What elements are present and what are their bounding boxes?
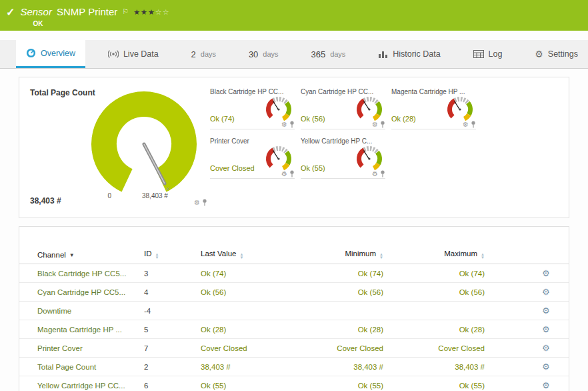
gauge-max-label: 38,403 #: [142, 192, 168, 200]
channel-id: 7: [126, 339, 183, 358]
channel-maximum: Ok (55): [385, 376, 486, 391]
gauge-settings-icon[interactable]: ⚙: [372, 171, 378, 177]
sort-icon: ▲▼: [240, 253, 244, 260]
gauges-panel: Total Page Count × 0 38,403 # 38,403 # ⚙…: [19, 77, 569, 218]
channel-row[interactable]: Printer Cover 7 Cover Closed Cover Close…: [19, 339, 569, 358]
channel-row[interactable]: Cyan Cartridge HP CC5... 4 Ok (56) Ok (5…: [19, 283, 569, 302]
col-label: Channel: [37, 251, 66, 259]
channel-name[interactable]: Black Cartridge HP CC5...: [19, 264, 126, 283]
channel-last-value: Ok (55): [183, 376, 299, 391]
channel-minimum: Ok (28): [299, 320, 385, 339]
tab-30-days[interactable]: 30 days: [239, 40, 289, 68]
col-header-minimum[interactable]: Minimum▲▼: [299, 246, 385, 264]
tab-label: Historic Data: [393, 49, 441, 59]
tab-bar: Overview Live Data 2 days 30 days 365 da…: [0, 40, 588, 69]
gauge-settings-icon[interactable]: ⚙: [281, 121, 287, 128]
sensor-status-check-icon: ✓: [6, 7, 15, 18]
flag-icon[interactable]: ⚐: [122, 7, 129, 16]
channel-edit-icon[interactable]: ⚙: [542, 324, 550, 334]
channel-row[interactable]: Total Page Count 2 38,403 # 38,403 # 38,…: [19, 358, 569, 376]
channel-minimum: Ok (55): [299, 376, 385, 391]
tab-log[interactable]: Log: [463, 40, 513, 68]
channel-table-body: Black Cartridge HP CC5... 3 Ok (74) Ok (…: [19, 264, 569, 391]
gauge-settings-icon[interactable]: ⚙: [281, 171, 287, 177]
pin-icon[interactable]: [471, 121, 476, 128]
channel-edit-icon[interactable]: ⚙: [542, 362, 550, 372]
channel-row[interactable]: Yellow Cartridge HP CC... 6 Ok (55) Ok (…: [19, 376, 569, 391]
channel-edit-icon[interactable]: ⚙: [542, 380, 550, 390]
channel-actions-cell: ⚙: [486, 339, 569, 358]
pin-icon[interactable]: [380, 121, 385, 128]
svg-text:×: ×: [166, 185, 169, 192]
channel-id: 2: [126, 358, 183, 376]
channel-actions-cell: ⚙: [486, 376, 569, 391]
tab-number: 30: [249, 49, 258, 59]
sort-icon: ▲▼: [379, 253, 383, 260]
pin-icon[interactable]: [202, 199, 207, 206]
channel-gauge-widget: Printer Cover Cover Closed ⚙: [210, 136, 295, 179]
channel-last-value: Ok (74): [183, 264, 299, 283]
tab-label: Overview: [41, 49, 75, 58]
sensor-header: ✓ Sensor SNMP Printer ⚐ ★★★☆☆ OK: [0, 0, 588, 31]
prtg-sensor-page: ✓ Sensor SNMP Printer ⚐ ★★★☆☆ OK Overvie…: [0, 0, 588, 391]
tab-2-days[interactable]: 2 days: [181, 40, 226, 68]
channel-row[interactable]: Downtime -4 ⚙: [19, 302, 569, 320]
tab-live-data[interactable]: Live Data: [98, 40, 169, 68]
channel-maximum: 38,403 #: [385, 358, 486, 376]
channel-table: Channel▼ ID▲▼ Last Value▲▼ Minimum▲▼ Max…: [19, 246, 569, 391]
channel-last-value: 38,403 #: [183, 358, 299, 376]
channel-actions-cell: ⚙: [486, 320, 569, 339]
tab-label: Settings: [548, 49, 578, 59]
channel-name[interactable]: Printer Cover: [19, 339, 126, 358]
col-header-id[interactable]: ID▲▼: [126, 246, 183, 264]
channel-actions-cell: ⚙: [486, 358, 569, 376]
tab-settings[interactable]: ⚙ Settings: [525, 40, 588, 68]
channel-edit-icon[interactable]: ⚙: [542, 268, 550, 278]
tab-number: 2: [191, 49, 196, 59]
channel-maximum: Ok (74): [385, 264, 486, 283]
channel-name[interactable]: Magenta Cartridge HP ...: [19, 320, 126, 339]
channel-edit-icon[interactable]: ⚙: [542, 287, 550, 297]
gauge-settings-icon[interactable]: ⚙: [463, 121, 469, 128]
channel-gauge-donut: [264, 144, 293, 173]
channel-gauge-value: Ok (28): [391, 115, 416, 123]
channel-edit-icon[interactable]: ⚙: [542, 343, 550, 353]
gauge-settings-icon[interactable]: ⚙: [372, 121, 378, 128]
channel-gauge-donut: [445, 95, 475, 124]
priority-stars[interactable]: ★★★☆☆: [133, 7, 169, 17]
channel-id: 4: [126, 283, 183, 302]
channel-last-value: Ok (28): [183, 320, 299, 339]
col-label: Last Value: [201, 250, 237, 258]
channel-row[interactable]: Black Cartridge HP CC5... 3 Ok (74) Ok (…: [19, 264, 569, 283]
channel-edit-icon[interactable]: ⚙: [542, 306, 550, 316]
pin-icon[interactable]: [380, 170, 385, 177]
channel-maximum: Ok (28): [385, 320, 486, 339]
col-header-last-value[interactable]: Last Value▲▼: [183, 246, 299, 264]
small-gauges: Black Cartridge HP CC... Ok (74) ⚙ Cyan …: [210, 84, 563, 212]
col-label: Maximum: [444, 250, 477, 258]
channel-actions-cell: ⚙: [486, 264, 569, 283]
tab-overview[interactable]: Overview: [16, 40, 85, 68]
tab-historic-data[interactable]: Historic Data: [368, 40, 451, 68]
sort-icon: ▲▼: [481, 253, 485, 260]
channel-name[interactable]: Downtime: [19, 302, 126, 320]
channel-gauge-donut: [355, 95, 384, 124]
channel-name[interactable]: Yellow Cartridge HP CC...: [19, 376, 126, 391]
tab-label: Live Data: [123, 49, 159, 59]
channel-name[interactable]: Cyan Cartridge HP CC5...: [19, 283, 126, 302]
pin-icon[interactable]: [289, 121, 295, 128]
channel-table-header-row: Channel▼ ID▲▼ Last Value▲▼ Minimum▲▼ Max…: [19, 246, 569, 264]
sensor-status-text: OK: [33, 20, 169, 27]
channel-minimum: Ok (74): [299, 264, 385, 283]
gauge-settings-icon[interactable]: ⚙: [194, 200, 200, 206]
channel-gauge-widget: Yellow Cartridge HP C... Ok (55) ⚙: [301, 136, 385, 179]
col-header-actions: [486, 246, 569, 264]
col-header-channel[interactable]: Channel▼: [19, 246, 126, 264]
channel-row[interactable]: Magenta Cartridge HP ... 5 Ok (28) Ok (2…: [19, 320, 569, 339]
col-header-maximum[interactable]: Maximum▲▼: [385, 246, 486, 264]
pin-icon[interactable]: [289, 170, 295, 177]
channel-last-value: Ok (56): [183, 283, 299, 302]
channel-name[interactable]: Total Page Count: [19, 358, 126, 376]
channel-actions-cell: ⚙: [486, 302, 569, 320]
tab-365-days[interactable]: 365 days: [301, 40, 355, 68]
